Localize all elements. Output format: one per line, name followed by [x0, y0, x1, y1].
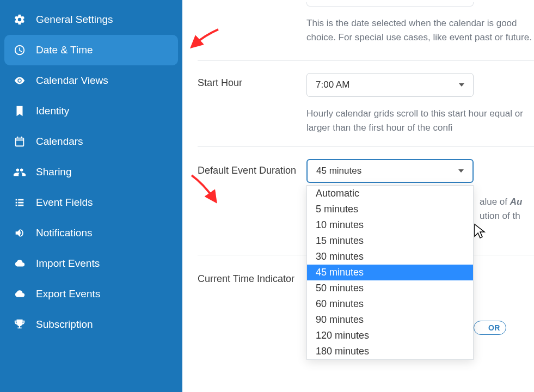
sidebar-item-general-settings[interactable]: General Settings [4, 4, 178, 35]
duration-option-5min[interactable]: 5 minutes [307, 201, 473, 217]
list-icon [13, 197, 26, 209]
sidebar-item-label: Calendars [36, 136, 83, 148]
sidebar-item-label: Import Events [36, 258, 100, 270]
default-duration-select[interactable]: 45 minutes [306, 159, 474, 183]
sidebar-item-label: Date & Time [36, 44, 93, 56]
duration-option-60min[interactable]: 60 minutes [307, 296, 473, 312]
duration-option-120min[interactable]: 120 minutes [307, 328, 473, 344]
default-date-help-text: This is the date selected when the calen… [306, 16, 534, 44]
sidebar-item-label: Export Events [36, 288, 100, 300]
duration-option-15min[interactable]: 15 minutes [307, 233, 473, 249]
sidebar-item-calendars[interactable]: Calendars [4, 126, 178, 157]
sidebar-item-identity[interactable]: Identity [4, 96, 178, 126]
cloud-up-icon [13, 258, 26, 270]
bookmark-icon [13, 105, 26, 117]
sidebar-item-subscription[interactable]: Subscription [4, 309, 178, 340]
sidebar-item-label: Identity [36, 105, 69, 117]
sidebar-item-label: Event Fields [36, 197, 93, 209]
sidebar-item-calendar-views[interactable]: Calendar Views [4, 65, 178, 96]
sidebar-item-sharing[interactable]: Sharing [4, 157, 178, 187]
default-duration-row: Default Event Duration 45 minutes Automa… [198, 147, 534, 195]
duration-option-180min[interactable]: 180 minutes [307, 344, 473, 359]
mouse-cursor-icon [474, 223, 487, 242]
start-hour-label: Start Hour [198, 73, 306, 89]
gear-icon [13, 14, 26, 26]
eye-icon [13, 75, 26, 87]
default-duration-dropdown[interactable]: Automatic 5 minutes 10 minutes 15 minute… [306, 185, 474, 360]
duration-option-45min[interactable]: 45 minutes [307, 265, 473, 280]
sidebar-item-event-fields[interactable]: Event Fields [4, 187, 178, 218]
users-icon [13, 166, 26, 178]
cloud-down-icon [13, 288, 26, 300]
trophy-icon [13, 318, 26, 330]
calendar-icon [13, 136, 26, 148]
duration-option-30min[interactable]: 30 minutes [307, 249, 473, 265]
duration-option-automatic[interactable]: Automatic [307, 186, 473, 201]
sidebar-item-label: Subscription [36, 318, 93, 330]
sidebar-item-date-time[interactable]: Date & Time [4, 35, 178, 65]
default-duration-help-fragment: alue of Au ution of th [480, 195, 522, 223]
start-hour-help-text: Hourly calendar grids scroll to this sta… [306, 107, 534, 134]
sidebar-item-label: General Settings [36, 14, 113, 26]
duration-option-50min[interactable]: 50 minutes [307, 280, 473, 296]
duration-option-10min[interactable]: 10 minutes [307, 217, 473, 233]
annotation-arrow [188, 27, 221, 51]
annotation-arrow [187, 172, 219, 204]
time-indicator-toggle[interactable]: OR [474, 321, 506, 335]
volume-icon [13, 227, 26, 239]
sidebar-item-export-events[interactable]: Export Events [4, 279, 178, 309]
default-date-select-bottom-edge[interactable] [306, 2, 474, 7]
sidebar-item-label: Sharing [36, 166, 72, 178]
start-hour-select[interactable]: 7:00 AM [306, 73, 474, 97]
sidebar-item-label: Calendar Views [36, 75, 108, 87]
sidebar: General Settings Date & Time Calendar Vi… [0, 0, 182, 392]
start-hour-row: Start Hour 7:00 AM Hourly calendar grids… [198, 61, 534, 146]
default-duration-value: 45 minutes [316, 166, 361, 176]
sidebar-item-label: Notifications [36, 227, 93, 239]
caret-down-icon [458, 169, 464, 173]
caret-down-icon [459, 83, 464, 87]
start-hour-value: 7:00 AM [316, 79, 349, 90]
duration-option-90min[interactable]: 90 minutes [307, 312, 473, 328]
current-time-indicator-label: Current Time Indicator [198, 267, 306, 286]
clock-icon [13, 44, 26, 56]
sidebar-item-import-events[interactable]: Import Events [4, 248, 178, 279]
sidebar-item-notifications[interactable]: Notifications [4, 218, 178, 248]
